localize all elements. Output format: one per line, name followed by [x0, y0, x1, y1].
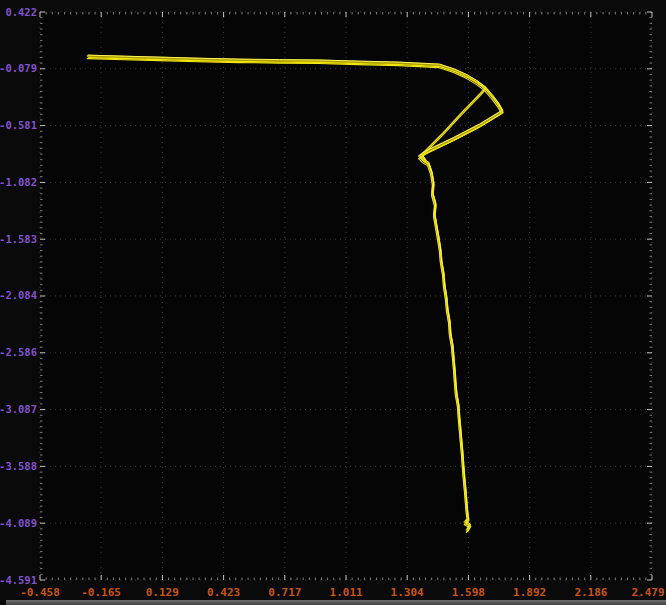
x-axis-tick-label: -0.165	[81, 586, 121, 599]
y-axis-tick-label: -2.084	[0, 289, 37, 301]
plot-window: 0.422-0.079-0.581-1.082-1.583-2.084-2.58…	[0, 0, 666, 605]
x-axis-tick-label: 1.304	[391, 586, 424, 599]
x-axis-tick-label: 0.717	[268, 586, 301, 599]
y-axis-tick-label: 0.422	[5, 6, 37, 18]
y-axis-tick-label: -3.588	[0, 460, 37, 472]
x-axis-tick-label: 0.423	[207, 586, 240, 599]
x-axis-tick-label: 1.892	[513, 586, 546, 599]
y-axis-tick-label: -2.586	[0, 346, 37, 358]
y-axis-tick-label: -3.087	[0, 403, 37, 415]
x-axis-tick-label: -0.458	[20, 586, 60, 599]
y-axis-tick-label: -0.581	[0, 119, 37, 131]
y-axis-tick-label: -4.591	[0, 574, 37, 586]
window-bottom-edge	[6, 600, 666, 605]
y-axis-tick-label: -1.082	[0, 176, 37, 188]
y-axis-tick-label: -0.079	[0, 62, 37, 74]
x-axis-tick-label: 0.129	[146, 586, 179, 599]
x-axis-tick-label: 1.011	[330, 586, 363, 599]
x-axis-tick-label: 1.598	[452, 586, 485, 599]
x-axis-tick-label: 2.479	[631, 586, 664, 599]
xy-plot-canvas[interactable]: 0.422-0.079-0.581-1.082-1.583-2.084-2.58…	[0, 0, 666, 605]
x-axis-tick-label: 2.186	[574, 586, 607, 599]
y-axis-tick-label: -4.089	[0, 517, 37, 529]
y-axis-tick-label: -1.583	[0, 233, 37, 245]
